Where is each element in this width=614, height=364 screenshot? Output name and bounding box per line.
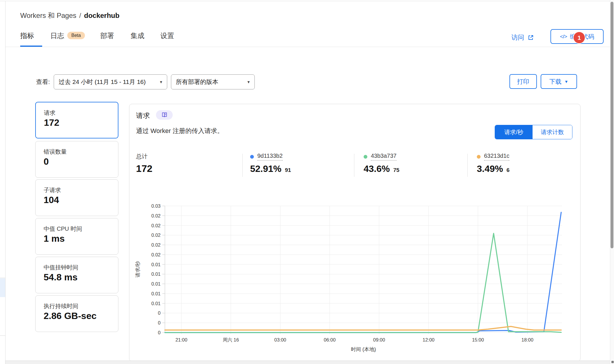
left-rail-active-item[interactable] bbox=[0, 278, 5, 297]
svg-text:21:00: 21:00 bbox=[175, 337, 187, 342]
chevron-down-icon: ▼ bbox=[564, 79, 568, 84]
deployment-filter-dropdown[interactable]: 所有部署的版本 ▼ bbox=[171, 74, 255, 89]
series-percent: 43.6% bbox=[364, 164, 390, 174]
svg-text:0: 0 bbox=[158, 310, 161, 316]
legend-divider bbox=[242, 154, 243, 177]
view-label: 查看: bbox=[36, 78, 50, 86]
svg-text:0: 0 bbox=[158, 320, 161, 325]
scrollbar-corner bbox=[611, 361, 614, 363]
card-value: 172 bbox=[44, 117, 59, 128]
svg-text:0.01: 0.01 bbox=[151, 271, 161, 277]
panel-title: 请求 bbox=[136, 111, 150, 120]
svg-text:0.02: 0.02 bbox=[151, 242, 161, 247]
page-bottom-strip bbox=[5, 361, 610, 364]
card-requests[interactable]: 请求 172 bbox=[35, 102, 118, 138]
card-value: 0 bbox=[44, 156, 49, 167]
svg-text:18:00: 18:00 bbox=[522, 337, 533, 342]
card-value: 1 ms bbox=[44, 233, 65, 244]
card-label: 子请求 bbox=[44, 186, 61, 194]
legend-item-43b3a737: 43b3a737 43.6% 75 bbox=[364, 153, 399, 174]
breadcrumb-current: dockerhub bbox=[84, 12, 120, 19]
unit-toggle: 请求/秒 请求计数 bbox=[495, 125, 572, 139]
tab-logs[interactable]: 日志 bbox=[50, 31, 64, 40]
series-count: 91 bbox=[285, 167, 291, 173]
total-block: 总计 172 bbox=[136, 153, 152, 174]
svg-text:0.02: 0.02 bbox=[151, 213, 161, 218]
svg-text:0.01: 0.01 bbox=[151, 281, 161, 286]
visit-link[interactable]: 访问 bbox=[511, 33, 534, 42]
card-errors[interactable]: 错误数量 0 bbox=[35, 141, 118, 178]
card-label: 执行持续时间 bbox=[44, 302, 78, 310]
requests-panel: 请求 通过 Worker 注册的传入请求。 请求/秒 请求计数 总计 172 9 bbox=[129, 104, 580, 361]
chevron-down-icon: ▼ bbox=[247, 80, 250, 84]
tab-settings[interactable]: 设置 bbox=[160, 31, 174, 40]
beta-badge: Beta bbox=[67, 32, 85, 39]
svg-text:12:00: 12:00 bbox=[423, 337, 434, 342]
card-median-cpu-time[interactable]: 中值 CPU 时间 1 ms bbox=[35, 218, 118, 255]
svg-text:0.02: 0.02 bbox=[151, 223, 161, 228]
time-range-dropdown[interactable]: 过去 24 小时 (11月 15 - 11月 16) ▼ bbox=[54, 74, 167, 89]
series-name[interactable]: 9d1133b2 bbox=[257, 153, 283, 161]
card-label: 中值 CPU 时间 bbox=[44, 225, 82, 233]
download-label: 下载 bbox=[549, 78, 561, 86]
svg-text:请求/秒: 请求/秒 bbox=[135, 261, 141, 277]
header-divider bbox=[5, 47, 610, 47]
svg-text:0.02: 0.02 bbox=[151, 232, 161, 238]
toggle-requests-per-second[interactable]: 请求/秒 bbox=[495, 125, 533, 139]
tab-metrics[interactable]: 指标 bbox=[20, 31, 34, 40]
svg-text:0.02: 0.02 bbox=[151, 252, 161, 257]
card-subrequests[interactable]: 子请求 104 bbox=[35, 179, 118, 216]
card-label: 中值挂钟时间 bbox=[44, 264, 78, 271]
card-median-wall-time[interactable]: 中值挂钟时间 54.8 ms bbox=[35, 257, 118, 293]
legend-item-63213d1c: 63213d1c 3.49% 6 bbox=[477, 153, 509, 174]
svg-text:06:00: 06:00 bbox=[324, 337, 336, 342]
breadcrumb-root[interactable]: Workers 和 Pages bbox=[20, 12, 76, 19]
svg-text:时间 (本地): 时间 (本地) bbox=[351, 346, 376, 352]
series-count: 75 bbox=[393, 167, 399, 173]
series-name[interactable]: 63213d1c bbox=[484, 153, 509, 161]
card-value: 104 bbox=[44, 195, 59, 205]
card-value: 54.8 ms bbox=[44, 272, 77, 283]
card-label: 请求 bbox=[44, 109, 55, 117]
code-icon: </> bbox=[560, 33, 567, 40]
card-value: 2.86 GB-sec bbox=[44, 311, 96, 321]
tab-deployments[interactable]: 部署 bbox=[100, 31, 114, 40]
print-button[interactable]: 打印 bbox=[509, 74, 537, 89]
panel-description: 通过 Worker 注册的传入请求。 bbox=[136, 127, 224, 135]
series-dot-orange bbox=[477, 155, 481, 159]
chevron-down-icon: ▼ bbox=[159, 80, 163, 84]
time-range-value: 过去 24 小时 (11月 15 - 11月 16) bbox=[59, 78, 146, 86]
svg-text:0.01: 0.01 bbox=[151, 262, 161, 267]
left-rail-border bbox=[5, 1, 5, 364]
legend-item-9d1133b2: 9d1133b2 52.91% 91 bbox=[250, 153, 291, 174]
series-dot-blue bbox=[250, 155, 254, 159]
total-value: 172 bbox=[136, 163, 152, 174]
series-dot-green bbox=[364, 155, 367, 159]
deployment-filter-value: 所有部署的版本 bbox=[176, 78, 218, 86]
external-link-icon bbox=[528, 34, 534, 41]
print-label: 打印 bbox=[517, 78, 529, 86]
svg-text:09:00: 09:00 bbox=[373, 337, 385, 342]
svg-text:15:00: 15:00 bbox=[472, 337, 484, 342]
left-rail-divider bbox=[0, 278, 5, 278]
requests-chart[interactable]: 0.030.020.020.020.020.020.010.010.010.01… bbox=[132, 199, 582, 355]
legend-divider bbox=[354, 154, 354, 177]
svg-text:0.03: 0.03 bbox=[151, 203, 161, 209]
svg-text:周六 16: 周六 16 bbox=[223, 337, 239, 342]
download-button[interactable]: 下载 ▼ bbox=[541, 74, 577, 89]
svg-text:03:00: 03:00 bbox=[274, 337, 286, 342]
svg-text:0.01: 0.01 bbox=[151, 301, 161, 306]
workers-metrics-page: Workers 和 Pages/dockerhub 指标 日志 Beta 部署 … bbox=[0, 0, 614, 364]
tab-integrations[interactable]: 集成 bbox=[131, 31, 144, 40]
series-name[interactable]: 43b3a737 bbox=[371, 153, 397, 161]
card-execution-duration[interactable]: 执行持续时间 2.86 GB-sec bbox=[35, 295, 118, 332]
scrollbar-thumb[interactable] bbox=[611, 2, 613, 248]
toggle-request-count[interactable]: 请求计数 bbox=[533, 125, 572, 139]
card-label: 错误数量 bbox=[44, 148, 67, 156]
svg-text:0.01: 0.01 bbox=[151, 291, 161, 296]
notification-badge: 1 bbox=[574, 32, 585, 43]
series-count: 6 bbox=[507, 167, 510, 173]
docs-pill[interactable] bbox=[156, 110, 173, 120]
legend-divider bbox=[467, 154, 468, 177]
open-book-icon bbox=[161, 112, 168, 118]
